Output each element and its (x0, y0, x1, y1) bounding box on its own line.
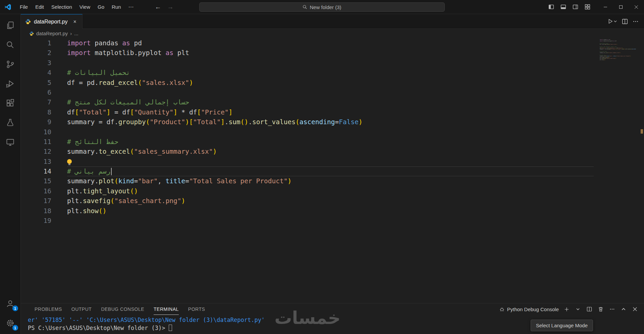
tab-debug-console[interactable]: DEBUG CONSOLE (101, 303, 144, 315)
menu-selection[interactable]: Selection (48, 2, 76, 11)
line-content: plt.savefig("sales_chart.png") (67, 196, 594, 206)
line-number[interactable]: 4 (21, 68, 58, 78)
menu-go[interactable]: Go (94, 2, 108, 11)
toggle-panel-icon[interactable] (558, 2, 568, 12)
editor-more-icon[interactable] (633, 18, 639, 25)
command-center-search[interactable]: New folder (3) (199, 2, 445, 12)
code-area: 1import pandas as pd2import matplotlib.p… (21, 38, 644, 226)
tab-datareport[interactable]: dataReport.py × (21, 14, 83, 29)
lightbulb-icon[interactable] (67, 159, 72, 164)
close-panel-icon[interactable] (631, 305, 639, 313)
close-icon[interactable] (629, 0, 644, 14)
menu-run[interactable]: Run (108, 2, 125, 11)
code-line[interactable]: 14# رسم بياني (21, 166, 594, 176)
line-number[interactable]: 16 (21, 186, 58, 196)
terminal-shell-selector[interactable]: Python Debug Console (499, 306, 559, 312)
minimize-icon[interactable] (598, 0, 613, 14)
line-number[interactable]: 1 (21, 38, 58, 48)
editor-actions (607, 14, 644, 29)
code-token: "sales_chart.png" (114, 196, 181, 206)
code-line[interactable]: 18plt.show() (21, 206, 594, 216)
menu-more-icon[interactable]: ⋯ (125, 2, 138, 12)
code-line[interactable]: 12summary.to_excel("sales_summary.xlsx") (21, 147, 594, 156)
code-line[interactable]: 16plt.tight_layout() (21, 186, 594, 196)
line-number[interactable]: 18 (21, 206, 58, 216)
tab-output[interactable]: OUTPUT (71, 303, 92, 315)
panel-more-icon[interactable] (608, 305, 616, 313)
settings-gear-icon[interactable]: 1 (0, 313, 21, 333)
search-sidebar-icon[interactable] (0, 35, 21, 54)
code-line[interactable]: 5df = pd.read_excel("sales.xlsx") (21, 78, 594, 88)
line-number[interactable]: 6 (21, 88, 58, 97)
split-terminal-icon[interactable] (586, 305, 593, 313)
code-line[interactable]: 7# حساب إجمالي المبيعات لكل منتج (21, 97, 594, 107)
line-number[interactable]: 19 (21, 216, 58, 226)
tab-terminal[interactable]: TERMINAL (154, 303, 179, 315)
line-number[interactable]: 9 (21, 117, 58, 127)
code-token: [ (130, 107, 134, 117)
kill-terminal-trash-icon[interactable] (597, 305, 604, 313)
split-editor-icon[interactable] (622, 18, 628, 25)
line-number[interactable]: 7 (21, 97, 58, 107)
accounts-icon[interactable]: 1 (0, 294, 21, 313)
code-line[interactable]: 6 (21, 88, 594, 97)
code-line[interactable]: 1import pandas as pd (21, 38, 594, 48)
code-line[interactable]: 8df["Total"] = df["Quantity"] * df["Pric… (21, 107, 594, 117)
run-file-icon[interactable] (607, 18, 617, 25)
menu-edit[interactable]: Edit (32, 2, 48, 11)
line-content: plt.show() (67, 206, 594, 216)
line-number[interactable]: 14 (21, 166, 58, 176)
line-number[interactable]: 12 (21, 147, 58, 156)
line-number[interactable]: 11 (21, 137, 58, 147)
run-debug-icon[interactable] (0, 74, 21, 93)
tab-problems[interactable]: PROBLEMS (35, 303, 62, 315)
breadcrumb[interactable]: dataReport.py › ... (21, 29, 644, 38)
line-number[interactable]: 8 (21, 107, 58, 117)
line-number[interactable]: 2 (21, 48, 58, 58)
forward-arrow-icon[interactable]: → (167, 3, 174, 11)
tab-ports[interactable]: PORTS (188, 303, 205, 315)
toggle-secondary-sidebar-icon[interactable] (570, 2, 580, 12)
code-token: ] (221, 117, 225, 127)
remote-explorer-icon[interactable] (0, 132, 21, 152)
terminal-dropdown-icon[interactable] (574, 305, 582, 313)
customize-layout-icon[interactable] (582, 2, 592, 12)
breadcrumb-file[interactable]: dataReport.py (36, 31, 68, 36)
code-line[interactable]: 2import matplotlib.pyplot as plt (21, 48, 594, 58)
code-line[interactable]: 15summary.plot(kind="bar", title="Total … (21, 176, 594, 186)
line-number[interactable]: 13 (21, 157, 58, 166)
code-token: import (67, 38, 91, 48)
breadcrumb-ellipsis[interactable]: ... (74, 31, 78, 36)
code-token: import (67, 48, 91, 58)
code-line[interactable]: 11# حفظ النتائج (21, 137, 594, 147)
extensions-icon[interactable] (0, 93, 21, 113)
maximize-icon[interactable] (613, 0, 629, 14)
menu-view[interactable]: View (76, 2, 94, 11)
line-number[interactable]: 3 (21, 58, 58, 68)
line-number[interactable]: 10 (21, 127, 58, 137)
code-token: summary. (67, 147, 99, 156)
code-line[interactable]: 4# تحميل البيانات (21, 68, 594, 78)
back-arrow-icon[interactable]: ← (155, 3, 161, 11)
select-language-mode-tooltip[interactable]: Select Language Mode (531, 320, 593, 331)
titlebar-right (546, 0, 644, 14)
code-editor[interactable]: 1import pandas as pd2import matplotlib.p… (21, 38, 644, 303)
menu-file[interactable]: File (16, 2, 32, 11)
toggle-sidebar-icon[interactable] (546, 2, 556, 12)
line-number[interactable]: 15 (21, 176, 58, 186)
code-line[interactable]: 19 (21, 216, 594, 226)
line-number[interactable]: 17 (21, 196, 58, 206)
code-line[interactable]: 17plt.savefig("sales_chart.png") (21, 196, 594, 206)
code-line[interactable]: 10 (21, 127, 594, 137)
source-control-icon[interactable] (0, 54, 21, 74)
line-number[interactable]: 5 (21, 78, 58, 88)
maximize-panel-chevron-icon[interactable] (620, 305, 627, 313)
code-line[interactable]: 3 (21, 58, 594, 68)
tab-close-icon[interactable]: × (72, 18, 78, 25)
code-token: plot (99, 176, 114, 186)
new-terminal-icon[interactable] (563, 305, 570, 313)
code-line[interactable]: 13 (21, 157, 594, 166)
explorer-icon[interactable] (0, 15, 21, 35)
code-line[interactable]: 9summary = df.groupby("Product")["Total"… (21, 117, 594, 127)
testing-icon[interactable] (0, 113, 21, 132)
